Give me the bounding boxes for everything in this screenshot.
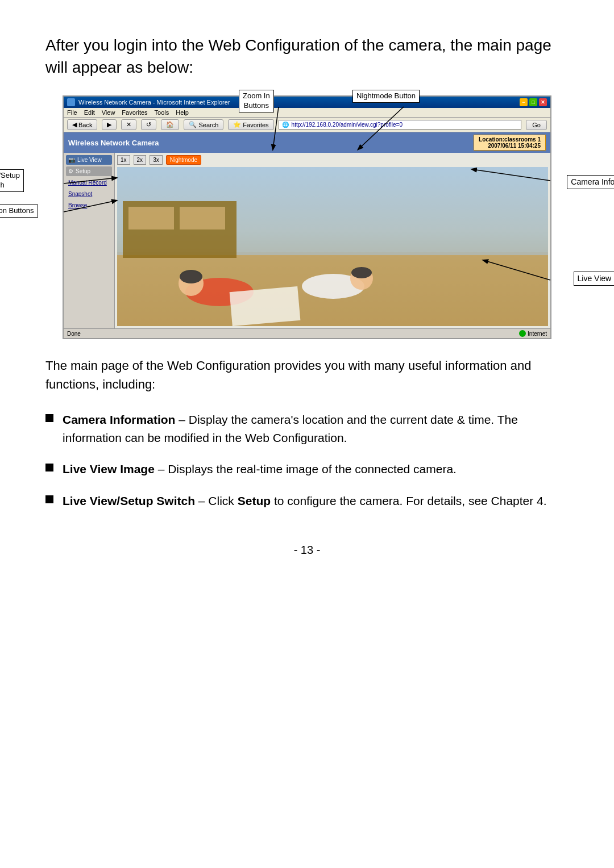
svg-rect-11 bbox=[230, 286, 301, 326]
search-button[interactable]: 🔍 Search bbox=[184, 119, 223, 130]
camera-main: 1x 2x 3x Nightmode bbox=[115, 153, 550, 328]
svg-point-10 bbox=[351, 267, 372, 278]
zoom-in-buttons-callout: Zoom In Buttons bbox=[239, 90, 274, 112]
svg-point-7 bbox=[180, 270, 202, 283]
back-arrow-icon: ◀ bbox=[72, 121, 77, 128]
page-number: - 13 - bbox=[45, 544, 569, 557]
stop-button[interactable]: ✕ bbox=[121, 119, 136, 130]
live-view-image bbox=[117, 167, 548, 326]
svg-rect-3 bbox=[128, 207, 174, 229]
bullet-text-live-view-setup: Live View/Setup Switch – Click Setup to … bbox=[63, 492, 547, 510]
live-view-setup-switch-callout: Live View/Setup Switch bbox=[0, 169, 24, 192]
forward-button[interactable]: ▶ bbox=[102, 119, 117, 130]
camera-icon: 📷 bbox=[68, 157, 75, 163]
nightmode-button-callout: Nightmode Button bbox=[352, 90, 420, 103]
bullet-icon bbox=[45, 414, 53, 422]
titlebar-left: Wireless Network Camera - Microsoft Inte… bbox=[67, 98, 230, 106]
bullet-text-camera-info: Camera Information – Display the camera'… bbox=[63, 411, 569, 446]
browser-titlebar: Wireless Network Camera - Microsoft Inte… bbox=[64, 97, 550, 108]
back-button[interactable]: ◀ Back bbox=[67, 119, 97, 130]
setup-button[interactable]: ⚙ Setup bbox=[66, 166, 112, 176]
manual-record-button[interactable]: Manual Record bbox=[66, 178, 112, 187]
maximize-button[interactable]: □ bbox=[529, 98, 537, 106]
go-button[interactable]: Go bbox=[526, 120, 547, 130]
status-internet: Internet bbox=[519, 330, 547, 337]
list-item-live-view-setup: Live View/Setup Switch – Click Setup to … bbox=[45, 492, 569, 510]
live-view-button[interactable]: 📷 Live View bbox=[66, 155, 112, 165]
home-button[interactable]: 🏠 bbox=[161, 119, 179, 130]
close-button[interactable]: ✕ bbox=[539, 98, 547, 106]
gear-icon: ⚙ bbox=[68, 168, 73, 174]
menu-tools[interactable]: Tools bbox=[155, 109, 169, 116]
function-buttons-callout: Function Buttons bbox=[0, 205, 38, 218]
browser-statusbar: Done Internet bbox=[64, 328, 550, 338]
ie-icon bbox=[67, 98, 75, 106]
window-controls[interactable]: − □ ✕ bbox=[520, 98, 547, 106]
camera-sidebar: 📷 Live View ⚙ Setup Manual Record Snapsh… bbox=[64, 153, 115, 328]
menu-favorites[interactable]: Favorites bbox=[122, 109, 147, 116]
menu-view[interactable]: View bbox=[102, 109, 115, 116]
screenshot-wrapper: Wireless Network Camera - Microsoft Inte… bbox=[63, 95, 551, 339]
zoom-3x-button[interactable]: 3x bbox=[150, 155, 163, 165]
camera-title: Wireless Network Camera bbox=[68, 139, 159, 147]
zoom-1x-button[interactable]: 1x bbox=[117, 155, 130, 165]
refresh-button[interactable]: ↺ bbox=[141, 119, 156, 130]
snapshot-button[interactable]: Snapshot bbox=[66, 189, 112, 199]
menu-file[interactable]: File bbox=[67, 109, 77, 116]
address-icon: 🌐 bbox=[282, 122, 289, 128]
browser-window: Wireless Network Camera - Microsoft Inte… bbox=[63, 95, 551, 339]
bullet-icon bbox=[45, 464, 53, 471]
camera-body: 📷 Live View ⚙ Setup Manual Record Snapsh… bbox=[64, 153, 550, 328]
scene-svg bbox=[117, 167, 548, 326]
live-view-image-callout: Live View Image bbox=[574, 272, 614, 285]
browser-title: Wireless Network Camera - Microsoft Inte… bbox=[78, 99, 230, 106]
camera-information-callout: Camera Information bbox=[567, 175, 614, 189]
browser-menubar: File Edit View Favorites Tools Help bbox=[64, 108, 550, 118]
description-text: The main page of the Web Configuration p… bbox=[45, 356, 569, 394]
status-done: Done bbox=[67, 331, 81, 337]
browser-toolbar: ◀ Back ▶ ✕ ↺ 🏠 🔍 Search ⭐ Favorites 🌐 ht… bbox=[64, 118, 550, 132]
camera-header: Wireless Network Camera Location:classro… bbox=[64, 132, 550, 153]
browse-button[interactable]: Browse bbox=[66, 201, 112, 210]
intro-text: After you login into the Web Configurati… bbox=[45, 34, 569, 78]
favorites-button[interactable]: ⭐ Favorites bbox=[228, 119, 273, 130]
bullet-icon bbox=[45, 495, 53, 503]
zoom-2x-button[interactable]: 2x bbox=[134, 155, 147, 165]
search-icon: 🔍 bbox=[189, 121, 197, 128]
camera-info-box: Location:classrooms 1 2007/06/11 15:04:2… bbox=[474, 135, 546, 151]
svg-rect-4 bbox=[180, 207, 225, 229]
camera-controls: 1x 2x 3x Nightmode bbox=[117, 155, 548, 165]
datetime-label: 2007/06/11 15:04:25 bbox=[479, 143, 541, 149]
list-item-live-view-image: Live View Image – Displays the real-time… bbox=[45, 460, 569, 478]
feature-list: Camera Information – Display the camera'… bbox=[45, 411, 569, 510]
address-text: http://192.168.0.20/admin/view.cgi?profi… bbox=[292, 122, 403, 128]
globe-icon bbox=[519, 330, 526, 337]
camera-ui: Wireless Network Camera Location:classro… bbox=[64, 132, 550, 338]
menu-help[interactable]: Help bbox=[176, 109, 189, 116]
nightmode-button[interactable]: Nightmode bbox=[166, 155, 201, 165]
list-item-camera-info: Camera Information – Display the camera'… bbox=[45, 411, 569, 446]
menu-edit[interactable]: Edit bbox=[84, 109, 95, 116]
location-label: Location:classrooms 1 bbox=[479, 136, 541, 143]
bullet-text-live-view-image: Live View Image – Displays the real-time… bbox=[63, 460, 457, 478]
address-bar[interactable]: 🌐 http://192.168.0.20/admin/view.cgi?pro… bbox=[279, 120, 522, 130]
minimize-button[interactable]: − bbox=[520, 98, 528, 106]
